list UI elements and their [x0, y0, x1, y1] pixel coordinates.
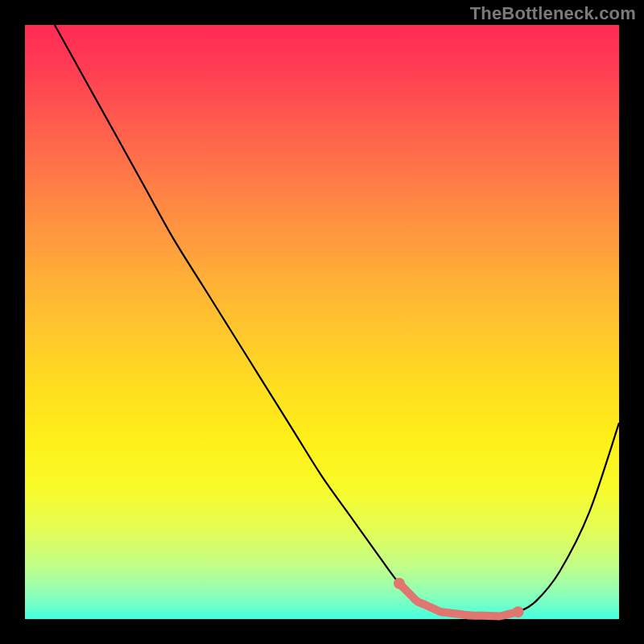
highlight-start-dot [394, 578, 405, 589]
highlight-end-dot [513, 606, 524, 617]
bottleneck-curve [25, 25, 619, 619]
curve-path [55, 25, 619, 617]
watermark-text: TheBottleneck.com [470, 3, 636, 24]
highlight-segment [399, 584, 518, 617]
chart-area [25, 25, 619, 619]
